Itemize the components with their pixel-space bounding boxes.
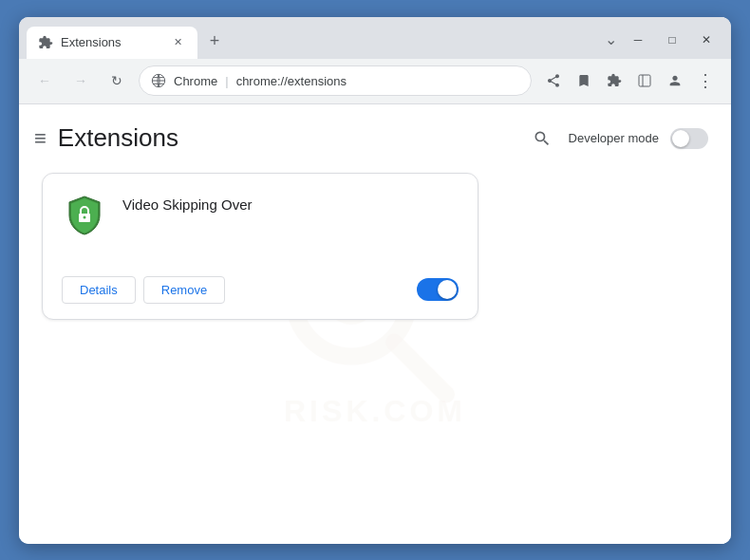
extensions-list: Video Skipping Over Details Remove [19,165,731,343]
page-header: ≡ Extensions Developer mode [19,104,731,165]
forward-button[interactable]: → [66,66,95,95]
close-window-button[interactable]: ✕ [689,27,723,53]
browser-window: Extensions ✕ + ⌄ ─ □ ✕ ← → ↻ Chrome | ch… [19,17,731,544]
extension-toggle-knob [438,280,457,299]
share-icon[interactable] [539,66,568,95]
page-content: RISK.COM ≡ Extensions Developer mode [19,104,731,544]
svg-line-4 [394,343,446,395]
profile-icon[interactable] [661,66,689,95]
extension-footer: Details Remove [62,276,459,304]
extensions-icon[interactable] [600,66,628,95]
back-button[interactable]: ← [30,66,59,95]
maximize-button[interactable]: □ [655,27,689,53]
svg-rect-1 [639,75,650,86]
tab-close-button[interactable]: ✕ [169,34,186,51]
site-name: Chrome [174,74,217,88]
address-bar: ← → ↻ Chrome | chrome://extensions [19,59,731,104]
new-tab-button[interactable]: + [201,28,228,55]
extension-card: Video Skipping Over Details Remove [42,173,478,320]
url-path: chrome://extensions [236,74,347,88]
toolbar-icons: ⋮ [539,66,720,95]
search-button[interactable] [527,123,557,154]
toggle-knob [672,130,689,147]
developer-mode-toggle[interactable] [670,128,708,149]
active-tab[interactable]: Extensions ✕ [27,27,197,59]
bookmark-icon[interactable] [570,66,598,95]
watermark-text: RISK.COM [284,394,466,429]
page-title: Extensions [58,123,178,153]
extension-toggle[interactable] [417,278,459,301]
extension-icon [62,193,107,238]
developer-mode-label: Developer mode [569,131,659,145]
window-controls: ⌄ ─ □ ✕ [605,27,731,59]
tab-title: Extensions [61,35,161,49]
title-bar: Extensions ✕ + ⌄ ─ □ ✕ [19,17,731,59]
details-button[interactable]: Details [62,276,136,304]
chevron-down-icon: ⌄ [605,30,617,48]
extension-header: Video Skipping Over [62,193,459,238]
url-separator: | [225,74,228,88]
page-header-left: ≡ Extensions [34,123,178,153]
tab-puzzle-icon [38,35,53,50]
page-header-right: Developer mode [527,123,708,154]
refresh-button[interactable]: ↻ [103,66,131,95]
extension-name: Video Skipping Over [122,193,252,213]
site-icon [151,73,166,88]
svg-point-8 [84,215,86,218]
hamburger-menu-icon[interactable]: ≡ [34,126,47,151]
remove-button[interactable]: Remove [143,276,225,304]
sidebar-toggle-icon[interactable] [630,66,659,95]
extension-buttons: Details Remove [62,276,225,304]
url-bar[interactable]: Chrome | chrome://extensions [139,65,532,96]
menu-icon[interactable]: ⋮ [691,66,720,95]
minimize-button[interactable]: ─ [621,27,655,53]
